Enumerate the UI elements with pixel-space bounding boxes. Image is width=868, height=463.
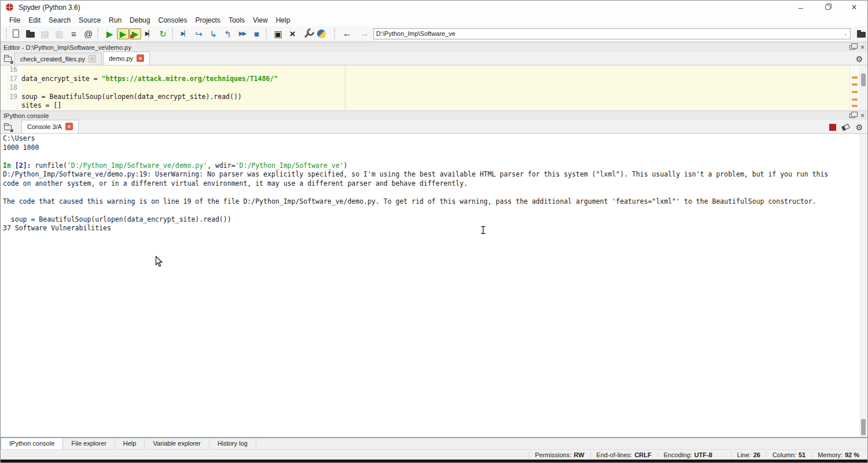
run-file-icon[interactable]: ▶ [102,27,117,41]
editor-tab-demo.py[interactable]: demo.py× [103,52,150,65]
restore-button[interactable] [814,1,841,14]
debug-step-return-icon[interactable]: ↰ [220,27,235,41]
preferences-wrench-icon[interactable] [300,27,314,41]
editor-scrollbar-thumb[interactable] [861,74,866,86]
interrupt-kernel-icon[interactable] [829,124,836,131]
console-text: code on another system, or in a differen… [3,179,468,188]
chevron-down-icon[interactable]: ⌄ [843,31,848,36]
console-options-gear-icon[interactable]: ⚙ [855,123,863,131]
file-switcher-icon[interactable]: ≡ [67,27,81,41]
title-bar: Spyder (Python 3.6) – × [1,1,867,14]
new-file-icon [13,30,19,38]
console-scrollbar[interactable] [859,134,867,437]
warning-marker[interactable] [852,76,858,79]
menu-projects[interactable]: Projects [192,15,225,25]
editor-scrollbar[interactable] [859,65,867,110]
warning-marker[interactable] [852,83,858,86]
menu-edit[interactable]: Edit [24,15,45,25]
console-text: 37 Software Vulnerabilities [3,224,111,232]
menu-view[interactable]: View [249,15,272,25]
console-line [3,152,868,161]
console-line: code on another system, or in a differen… [3,179,868,189]
close-tab-icon[interactable]: × [89,55,96,63]
toolbar-separator [266,28,269,39]
tab-help[interactable]: Help [115,438,145,449]
console-pane-header: IPython console × [1,111,867,120]
toolbar-separator [97,28,101,39]
minimize-button[interactable]: – [788,1,814,14]
back-arrow-icon[interactable]: ← [339,28,356,39]
debug-continue-icon[interactable]: ▶▶ [235,27,249,41]
code-token: data_encrypt_site = [21,75,101,83]
fullscreen-icon[interactable]: × [285,27,300,41]
tab-file-explorer[interactable]: File explorer [63,438,115,449]
close-button[interactable]: × [841,1,867,14]
folder-icon [857,32,866,38]
rerun-script-icon[interactable]: ↻ [156,27,170,41]
warning-marker[interactable] [852,105,858,107]
code-text: sites = [] [21,101,61,110]
browse-tabs-button[interactable] [1,122,14,133]
warning-marker[interactable] [852,91,858,93]
prompt-number: [2] [15,161,27,170]
browse-tabs-icon [4,57,12,62]
string-literal: "https://attack.mitre.org/techniques/T14… [101,75,278,83]
editor-code-area[interactable]: 16 17data_encrypt_site = "https://attack… [1,65,868,110]
menu-consoles[interactable]: Consoles [154,15,191,25]
undock-pane-icon[interactable] [849,113,855,118]
python-path-manager-icon[interactable] [314,27,329,41]
warning-marker[interactable] [852,98,858,101]
status-value: UTF-8 [694,451,712,458]
run-cell-advance-icon[interactable]: ▶ [129,28,141,39]
close-pane-icon[interactable]: × [860,112,865,119]
open-file-icon[interactable] [23,27,38,41]
console-tab[interactable]: Console 3/A × [21,120,79,133]
editor-tab-label: demo.py [109,55,133,62]
editor-tab-check_created_files.py[interactable]: check_created_files.py× [14,53,102,65]
forward-arrow-icon[interactable]: → [356,28,373,39]
menu-run[interactable]: Run [105,15,126,25]
line-number: 18 [1,83,21,93]
console-tab-label: Console 3/A [27,123,62,130]
debug-step-icon[interactable]: ↪ [192,27,206,41]
debug-stop-icon[interactable]: ■ [249,27,264,41]
run-cell-icon[interactable]: ▶ [117,28,129,39]
browse-directory-icon[interactable] [854,27,868,41]
console-text: D:/Python_Imp/Software_ve/demo.py:19: Us… [3,170,828,178]
working-directory-combobox[interactable]: D:\Python_Imp\Software_ve ⌄ [373,28,851,39]
menu-source[interactable]: Source [75,15,105,25]
console-scrollbar-thumb[interactable] [861,419,866,435]
tab-variable-explorer[interactable]: Variable explorer [145,438,209,449]
close-tab-icon[interactable]: × [137,54,144,62]
console-output-area[interactable]: C:\Users1000 1000 In [2]: runfile('D:/Py… [1,134,868,438]
clear-console-icon[interactable] [841,124,850,131]
console-pane-title: IPython console [3,112,49,119]
console-line: soup = BeautifulSoup(urlopen(data_encryp… [3,215,868,225]
undock-pane-icon[interactable] [849,45,855,50]
tab-history-log[interactable]: History log [209,438,256,449]
console-line [3,206,868,215]
menu-tools[interactable]: Tools [225,15,249,25]
tab-ipython-console[interactable]: IPython console [1,438,63,449]
debug-file-icon[interactable]: ▶▏ [177,27,192,41]
menu-file[interactable]: File [5,15,24,25]
browse-tabs-button[interactable] [1,53,14,65]
menu-search[interactable]: Search [45,15,75,25]
find-in-files-icon[interactable]: @ [81,27,95,41]
status-value: RW [573,451,584,458]
debug-step-into-icon[interactable]: ↳ [206,27,220,41]
menu-debug[interactable]: Debug [126,15,154,25]
save-file-icon[interactable]: ▤ [38,27,52,41]
main-toolbar: ▤▥≡@▶▶▶▶▏↻▶▏↪↳↰▶▶■▣× ← → D:\Python_Imp\S… [1,26,867,42]
save-all-icon[interactable]: ▥ [52,27,67,41]
maximize-pane-icon[interactable]: ▣ [271,27,285,41]
close-tab-icon[interactable]: × [65,123,73,130]
status-column: Column:51 [766,451,811,458]
menu-help[interactable]: Help [272,15,295,25]
editor-tab-bar: check_created_files.py×demo.py× ⚙ [1,52,867,65]
editor-pane-title: Editor - D:\Python_Imp\Software_ve\demo.… [3,44,131,51]
close-pane-icon[interactable]: × [860,44,865,51]
editor-options-gear-icon[interactable]: ⚙ [855,55,863,63]
run-selection-icon[interactable]: ▶▏ [141,27,156,41]
new-file-icon[interactable] [9,27,23,41]
